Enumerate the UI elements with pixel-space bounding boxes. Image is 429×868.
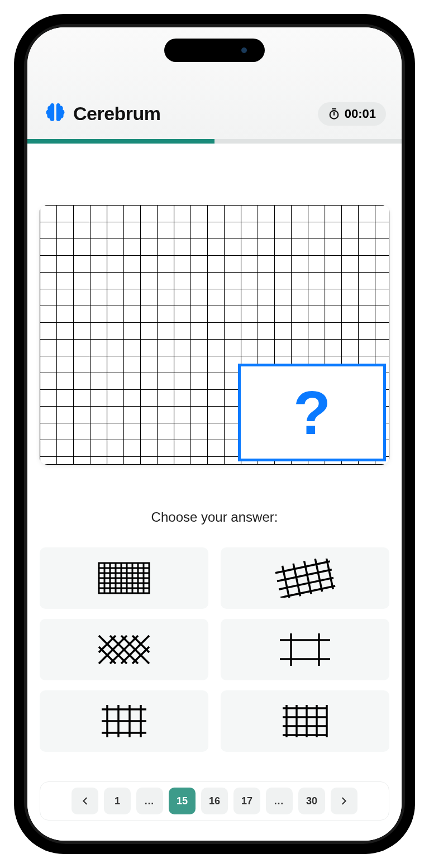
- phone-frame: Cerebrum 00:01: [14, 14, 415, 854]
- notch: [164, 39, 265, 62]
- chevron-left-icon: [81, 797, 89, 805]
- dense-grid-icon: [93, 559, 155, 598]
- pager-prev-button[interactable]: [72, 788, 98, 814]
- sparse-grid-4x3-icon: [93, 702, 155, 741]
- answer-option-3[interactable]: [40, 619, 208, 680]
- answer-prompt: Choose your answer:: [40, 509, 389, 525]
- answer-option-2[interactable]: [221, 547, 389, 609]
- progress-fill: [27, 139, 214, 144]
- svg-line-25: [326, 559, 333, 589]
- tilted-grid-icon: [274, 559, 336, 598]
- timer-pill: 00:01: [318, 102, 386, 126]
- pager-page-1[interactable]: 1: [104, 788, 131, 814]
- answer-option-1[interactable]: [40, 547, 208, 609]
- answer-option-6[interactable]: [221, 690, 389, 752]
- pager-page-15[interactable]: 15: [169, 788, 196, 814]
- pager-page-30[interactable]: 30: [298, 788, 325, 814]
- screen: Cerebrum 00:01: [27, 27, 402, 841]
- diamond-lattice-icon: [93, 630, 155, 669]
- brand-name: Cerebrum: [73, 103, 161, 125]
- answer-option-4[interactable]: [221, 619, 389, 680]
- answers-grid: [40, 547, 389, 752]
- brain-icon: [43, 101, 68, 126]
- answer-option-5[interactable]: [40, 690, 208, 752]
- content-area: ? Choose your answer:: [27, 144, 402, 841]
- phone-bezel: Cerebrum 00:01: [24, 24, 405, 844]
- pager-next-button[interactable]: [331, 788, 358, 814]
- timer-value: 00:01: [345, 107, 376, 121]
- pagination: 1…151617…30: [40, 781, 389, 821]
- frame-cross-icon: [274, 630, 336, 669]
- question-mark-icon: ?: [293, 377, 331, 448]
- progress-bar: [27, 139, 402, 144]
- pager-page-17[interactable]: 17: [233, 788, 260, 814]
- chevron-right-icon: [340, 797, 348, 805]
- stopwatch-icon: [328, 108, 340, 120]
- puzzle-card: ?: [40, 205, 389, 465]
- puzzle-missing-slot: ?: [238, 364, 386, 461]
- brand: Cerebrum: [43, 101, 161, 126]
- sparse-grid-5x4-icon: [274, 702, 336, 741]
- pager-ellipsis: …: [136, 788, 163, 814]
- pager-ellipsis: …: [266, 788, 293, 814]
- pager-page-16[interactable]: 16: [201, 788, 228, 814]
